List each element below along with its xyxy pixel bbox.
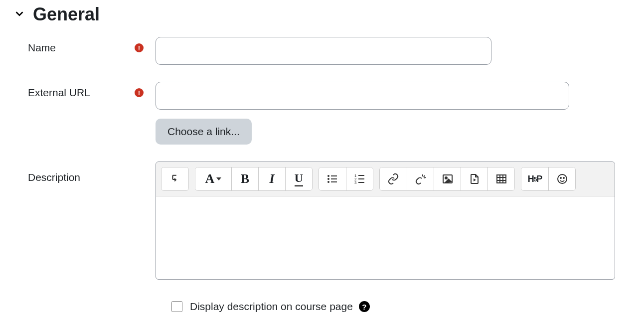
svg-rect-8 [358,175,364,176]
svg-rect-4 [331,178,337,179]
svg-point-26 [563,177,564,178]
emoji-button[interactable] [548,167,575,190]
svg-point-1 [327,175,329,177]
italic-button[interactable]: I [258,167,285,190]
svg-marker-0 [216,177,221,180]
unlink-button[interactable] [407,167,434,190]
editor-toolbar: A B I U [156,162,615,196]
svg-line-14 [424,175,425,177]
display-description-checkbox[interactable] [171,301,182,312]
svg-point-5 [327,181,329,183]
svg-point-17 [445,177,447,179]
svg-rect-10 [358,178,364,179]
section-toggle[interactable]: General [14,4,630,25]
display-description-row: Display description on course page ? [14,300,630,314]
toolbar-toggle-button[interactable] [161,167,188,190]
external-url-row: External URL ! Choose a link... [14,82,630,145]
unordered-list-button[interactable] [319,167,346,190]
svg-point-24 [558,174,567,183]
svg-point-3 [327,178,329,180]
svg-line-15 [424,177,426,178]
name-input[interactable] [156,37,491,65]
svg-text:3: 3 [354,180,357,185]
media-button[interactable] [461,167,487,190]
description-label: Description [28,171,80,183]
choose-link-button[interactable]: Choose a link... [156,119,252,145]
required-icon: ! [135,88,144,97]
name-row: Name ! [14,37,630,65]
external-url-input[interactable] [156,82,569,110]
svg-point-25 [560,177,561,178]
required-icon: ! [135,43,144,52]
image-button[interactable] [434,167,461,190]
section-title: General [33,4,100,25]
svg-rect-2 [331,175,337,176]
display-description-label: Display description on course page [190,301,353,313]
name-label: Name [28,42,56,54]
svg-rect-19 [497,175,506,183]
underline-button[interactable]: U [285,167,312,190]
help-icon[interactable]: ? [359,301,370,312]
svg-rect-12 [358,182,364,183]
description-editor[interactable] [156,196,615,279]
paragraph-styles-button[interactable]: A [195,167,231,190]
description-row: Description A [14,162,630,280]
external-url-label: External URL [28,87,90,99]
chevron-down-icon [14,8,25,21]
h5p-button[interactable]: H5P [521,167,548,190]
bold-button[interactable]: B [231,167,258,190]
table-button[interactable] [487,167,514,190]
svg-marker-18 [474,178,476,181]
svg-rect-6 [331,181,337,182]
ordered-list-button[interactable]: 1 2 3 [346,167,373,190]
rich-text-editor: A B I U [156,162,615,280]
link-button[interactable] [380,167,407,190]
general-section: General Name ! External URL ! Choose a l… [0,0,644,314]
